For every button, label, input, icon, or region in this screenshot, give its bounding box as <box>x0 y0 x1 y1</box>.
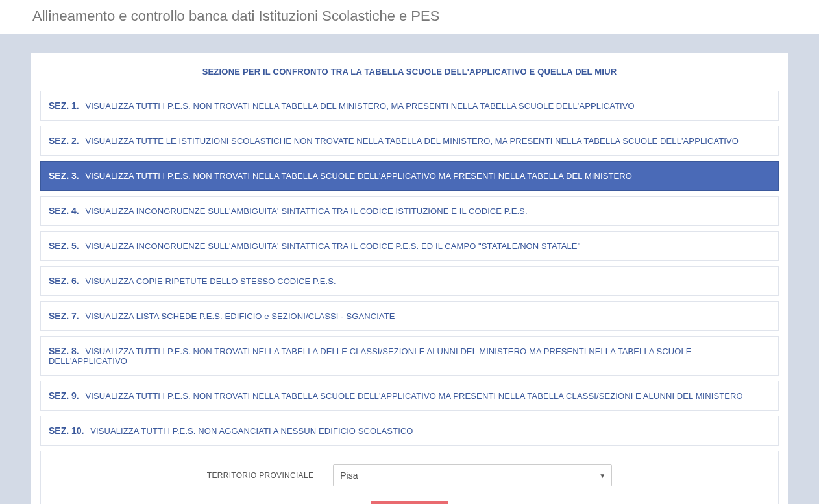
section-prefix: SEZ. 8. <box>49 346 79 356</box>
section-text: VISUALIZZA LISTA SCHEDE P.E.S. EDIFICIO … <box>83 311 395 321</box>
section-prefix: SEZ. 10. <box>49 426 84 436</box>
content-wrap: SEZIONE PER IL CONFRONTO TRA LA TABELLA … <box>0 34 819 504</box>
section-item-3[interactable]: SEZ. 3. VISUALIZZA TUTTI I P.E.S. NON TR… <box>40 161 779 191</box>
section-item-2[interactable]: SEZ. 2. VISUALIZZA TUTTE LE ISTITUZIONI … <box>40 126 779 156</box>
section-text: VISUALIZZA TUTTI I P.E.S. NON TROVATI NE… <box>83 171 632 181</box>
section-prefix: SEZ. 1. <box>49 101 79 111</box>
section-text: VISUALIZZA COPIE RIPETUTE DELLO STESSO C… <box>83 276 336 286</box>
section-text: VISUALIZZA TUTTI I P.E.S. NON TROVATI NE… <box>49 346 692 366</box>
cerca-highlight: CERCA <box>371 501 448 504</box>
page-header: Allineamento e controllo banca dati Isti… <box>0 0 819 34</box>
section-prefix: SEZ. 4. <box>49 206 79 216</box>
section-item-5[interactable]: SEZ. 5. VISUALIZZA INCONGRUENZE SULL'AMB… <box>40 231 779 261</box>
section-item-9[interactable]: SEZ. 9. VISUALIZZA TUTTI I P.E.S. NON TR… <box>40 381 779 411</box>
section-text: VISUALIZZA TUTTI I P.E.S. NON TROVATI NE… <box>83 391 743 401</box>
section-item-10[interactable]: SEZ. 10. VISUALIZZA TUTTI I P.E.S. NON A… <box>40 416 779 446</box>
section-prefix: SEZ. 3. <box>49 171 79 181</box>
page-title: Allineamento e controllo banca dati Isti… <box>32 8 787 25</box>
section-prefix: SEZ. 9. <box>49 390 79 401</box>
section-item-4[interactable]: SEZ. 4. VISUALIZZA INCONGRUENZE SULL'AMB… <box>40 196 779 226</box>
filter-row: TERRITORIO PROVINCIALE Pisa ▼ <box>47 464 772 486</box>
section-text: VISUALIZZA TUTTE LE ISTITUZIONI SCOLASTI… <box>83 136 739 146</box>
section-item-1[interactable]: SEZ. 1. VISUALIZZA TUTTI I P.E.S. NON TR… <box>40 91 779 121</box>
territorio-label: TERRITORIO PROVINCIALE <box>207 471 313 480</box>
section-list: SEZ. 1. VISUALIZZA TUTTI I P.E.S. NON TR… <box>40 91 779 446</box>
section-prefix: SEZ. 6. <box>49 276 79 286</box>
section-text: VISUALIZZA INCONGRUENZE SULL'AMBIGUITA' … <box>83 241 581 251</box>
section-item-7[interactable]: SEZ. 7. VISUALIZZA LISTA SCHEDE P.E.S. E… <box>40 301 779 331</box>
section-item-6[interactable]: SEZ. 6. VISUALIZZA COPIE RIPETUTE DELLO … <box>40 266 779 296</box>
section-prefix: SEZ. 5. <box>49 241 79 251</box>
section-text: VISUALIZZA TUTTI I P.E.S. NON TROVATI NE… <box>83 101 635 111</box>
main-panel: SEZIONE PER IL CONFRONTO TRA LA TABELLA … <box>31 53 788 504</box>
territorio-select-wrap: Pisa ▼ <box>333 464 612 486</box>
section-prefix: SEZ. 2. <box>49 136 79 146</box>
section-prefix: SEZ. 7. <box>49 311 79 321</box>
section-text: VISUALIZZA TUTTI I P.E.S. NON AGGANCIATI… <box>88 426 413 436</box>
section-item-8[interactable]: SEZ. 8. VISUALIZZA TUTTI I P.E.S. NON TR… <box>40 336 779 376</box>
section-heading: SEZIONE PER IL CONFRONTO TRA LA TABELLA … <box>40 67 779 77</box>
filter-box: TERRITORIO PROVINCIALE Pisa ▼ CERCA <box>40 451 779 504</box>
section-text: VISUALIZZA INCONGRUENZE SULL'AMBIGUITA' … <box>83 206 528 216</box>
territorio-select[interactable]: Pisa <box>333 464 612 486</box>
